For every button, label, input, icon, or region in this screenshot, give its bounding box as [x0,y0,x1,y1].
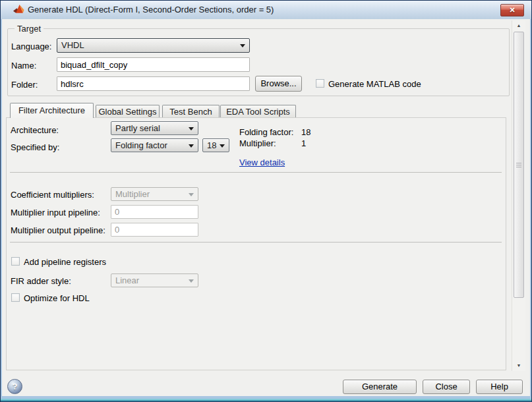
multiplier-input-pipeline-input [111,205,198,219]
window-title: Generate HDL (Direct-Form I, Second-Orde… [28,5,274,14]
tab-filter-architecture[interactable]: Filter Architecture [10,103,94,118]
view-details-link[interactable]: View details [239,158,285,167]
close-icon: ✕ [509,6,515,14]
name-label: Name: [11,61,36,71]
close-button[interactable]: Close [423,380,470,394]
coefficient-multipliers-select: Multiplier [111,187,198,201]
folding-factor-select[interactable]: 18 [202,138,229,152]
name-input[interactable] [57,57,250,72]
tab-eda-tool-scripts[interactable]: EDA Tool Scripts [220,105,296,117]
tab-global-settings[interactable]: Global Settings [96,105,160,117]
generate-button[interactable]: Generate [343,380,417,394]
dropdown-arrow-icon [189,279,194,283]
scroll-up-icon[interactable]: ▲ [512,21,525,30]
fir-adder-style-select: Linear [111,273,198,287]
folding-factor-info-value: 18 [301,127,310,137]
optimize-for-hdl-label: Optimize for HDL [24,293,90,303]
dropdown-arrow-icon [240,44,245,47]
target-legend: Target [15,24,44,34]
generate-hdl-dialog: Generate HDL (Direct-Form I, Second-Orde… [0,0,532,402]
folder-label: Folder: [11,80,38,90]
dropdown-arrow-icon [189,127,194,130]
vertical-scrollbar[interactable]: ▲ ▼ [512,20,525,371]
multiplier-info-label: Multiplier: [239,138,276,148]
multiplier-output-pipeline-label: Multiplier output pipeline: [11,225,105,235]
architecture-label: Architecture: [11,125,59,135]
help-orb-button[interactable]: ? [7,379,22,394]
dropdown-arrow-icon [189,193,194,196]
scroll-grip-icon [516,165,521,165]
coefficient-multipliers-label: Coefficient multipliers: [11,190,94,200]
multiplier-info-value: 1 [301,138,306,148]
multiplier-output-pipeline-input [111,223,198,237]
architecture-select[interactable]: Partly serial [111,121,198,135]
titlebar[interactable]: Generate HDL (Direct-Form I, Second-Orde… [1,1,531,19]
titlebar-close-button[interactable]: ✕ [500,4,524,16]
separator [10,242,502,243]
tab-test-bench[interactable]: Test Bench [162,105,220,117]
add-pipeline-registers-label: Add pipeline registers [24,257,106,267]
help-button[interactable]: Help [476,380,523,394]
generate-matlab-label: Generate MATLAB code [328,79,421,89]
scroll-down-icon[interactable]: ▼ [512,361,525,370]
folding-factor-info-label: Folding factor: [239,127,293,137]
browse-button[interactable]: Browse... [255,76,302,92]
dropdown-arrow-icon [189,144,194,148]
specified-by-select[interactable]: Folding factor [111,138,198,152]
optimize-for-hdl-checkbox [11,293,20,302]
language-select[interactable]: VHDL [57,38,250,53]
scroll-thumb[interactable] [514,32,524,298]
specified-by-label: Specified by: [11,142,59,152]
separator [10,172,502,173]
matlab-icon [13,4,24,15]
window-frame-bottom [1,396,531,401]
dropdown-arrow-icon [220,144,225,148]
multiplier-input-pipeline-label: Multiplier input pipeline: [11,208,100,217]
question-icon: ? [13,382,18,391]
add-pipeline-registers-checkbox [11,257,20,266]
tab-content-pane [6,117,506,370]
generate-matlab-checkbox [316,79,324,88]
fir-adder-style-label: FIR adder style: [11,276,71,286]
language-label: Language: [11,42,51,51]
language-select-value: VHDL [61,41,84,50]
folder-input[interactable] [57,76,250,91]
